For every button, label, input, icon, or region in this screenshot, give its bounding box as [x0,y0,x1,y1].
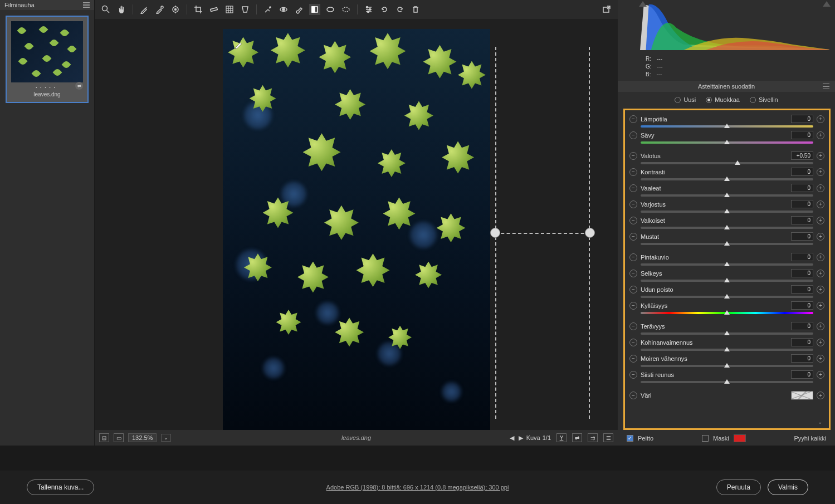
sharpness-thumb[interactable] [724,331,730,335]
exposure-minus[interactable]: − [629,152,637,160]
crop-tool-icon[interactable] [193,4,204,15]
mode-new[interactable]: Uusi [675,96,696,103]
contrast-thumb[interactable] [724,177,730,181]
highlights-track[interactable] [641,194,813,197]
rotate-cw-icon[interactable] [394,4,406,15]
shadows-minus[interactable]: − [629,200,637,208]
trash-icon[interactable] [410,4,421,15]
zoom-level[interactable]: 132.5% [128,433,157,442]
contrast-value[interactable] [791,168,813,176]
mask-checkbox[interactable] [702,435,709,442]
highlights-plus[interactable]: + [817,184,824,192]
noise-track[interactable] [641,349,813,351]
noise-value[interactable] [791,338,813,346]
shadows-thumb[interactable] [724,209,730,213]
sharpness-value[interactable] [791,322,813,330]
clarity-plus[interactable]: + [817,270,824,277]
defringe-thumb[interactable] [724,379,730,384]
defringe-plus[interactable]: + [817,371,824,379]
panel-menu-icon[interactable] [823,84,829,89]
tint-plus[interactable]: + [817,131,824,139]
thumbnail-settings-badge[interactable]: ⇄ [75,82,83,90]
defringe-value[interactable] [791,370,813,379]
moire-track[interactable] [641,365,813,367]
whites-track[interactable] [641,227,813,229]
sliders-icon[interactable]: ☰ [603,433,613,442]
thumbnail-selected[interactable]: ••••• ⇄ leaves.dng [6,16,89,103]
redeye-tool-icon[interactable] [278,4,289,15]
whites-value[interactable] [791,216,813,224]
dehaze-thumb[interactable] [724,294,730,299]
cancel-button[interactable]: Peruuta [716,479,761,495]
color-plus[interactable]: + [817,392,824,399]
clarity-thumb[interactable] [724,278,730,282]
scroll-down-icon[interactable]: ⌄ [818,419,822,425]
compare-toggle-icon[interactable]: ▭ [114,433,124,442]
temp-value[interactable] [791,115,813,123]
temp-track[interactable] [641,125,813,128]
grid-toggle-icon[interactable]: ⊟ [99,433,109,442]
color-swatch[interactable] [791,391,813,400]
moire-thumb[interactable] [724,363,730,368]
whites-plus[interactable]: + [817,217,824,224]
contrast-track[interactable] [641,178,813,180]
moire-plus[interactable]: + [817,355,824,363]
blacks-value[interactable] [791,232,813,241]
contrast-plus[interactable]: + [817,168,824,176]
exposure-track[interactable] [641,162,813,164]
filmstrip-menu-icon[interactable] [83,2,90,8]
dehaze-value[interactable] [791,285,813,293]
texture-thumb[interactable] [724,262,730,266]
thumbnail-rating-dots[interactable]: ••••• [11,86,83,89]
clear-all-link[interactable]: Pyyhi kaikki [794,435,826,442]
straighten-tool-icon[interactable] [208,4,219,15]
moire-value[interactable] [791,354,813,363]
defringe-track[interactable] [641,381,813,383]
transform-tool-icon[interactable] [240,4,251,15]
highlights-value[interactable] [791,184,813,192]
texture-value[interactable] [791,253,813,261]
dehaze-minus[interactable]: − [629,286,637,293]
guided-transform-icon[interactable] [224,4,235,15]
clarity-value[interactable] [791,269,813,277]
temp-plus[interactable]: + [817,115,824,123]
tint-thumb[interactable] [724,140,730,144]
contrast-minus[interactable]: − [629,168,637,176]
sharpness-minus[interactable]: − [629,322,637,330]
highlights-minus[interactable]: − [629,184,637,192]
texture-plus[interactable]: + [817,253,824,261]
pager-next-icon[interactable]: ▶ [517,434,524,442]
graduated-filter-tool-icon[interactable] [309,4,320,15]
mode-edit[interactable]: Muokkaa [706,96,740,103]
pager-prev-icon[interactable]: ◀ [509,434,515,442]
zoom-tool-icon[interactable] [100,4,111,15]
mask-color-swatch[interactable] [734,434,746,442]
radial-filter-tool-icon[interactable] [325,4,336,15]
defringe-minus[interactable]: − [629,371,637,379]
image-info-link[interactable]: Adobe RGB (1998); 8 bittiä; 696 x 1214 (… [326,484,509,491]
highlight-clip-warning-icon[interactable] [823,1,831,7]
zoom-dropdown-icon[interactable]: ⌄ [161,434,171,442]
dehaze-plus[interactable]: + [817,286,824,293]
copy-settings-icon[interactable]: ⇉ [588,433,598,442]
sharpness-track[interactable] [641,332,813,335]
temp-minus[interactable]: − [629,115,637,123]
shadows-track[interactable] [641,211,813,213]
saturation-value[interactable] [791,301,813,310]
shadows-value[interactable] [791,200,813,208]
adjustment-brush-tool-icon[interactable] [294,4,305,15]
done-button[interactable]: Valmis [768,479,808,495]
spot-removal-tool-icon[interactable] [262,4,274,15]
color-sampler-tool-icon[interactable] [154,4,165,15]
whites-minus[interactable]: − [629,217,637,224]
ellipse-tool-icon[interactable] [340,4,351,15]
blacks-thumb[interactable] [724,241,730,246]
blacks-plus[interactable]: + [817,233,824,241]
graduated-filter-overlay[interactable] [495,47,590,419]
saturation-track[interactable] [641,312,813,314]
hand-tool-icon[interactable] [116,4,127,15]
preferences-icon[interactable] [363,4,374,15]
temp-thumb[interactable] [724,124,730,128]
tint-value[interactable] [791,131,813,139]
exposure-value[interactable] [791,151,813,160]
